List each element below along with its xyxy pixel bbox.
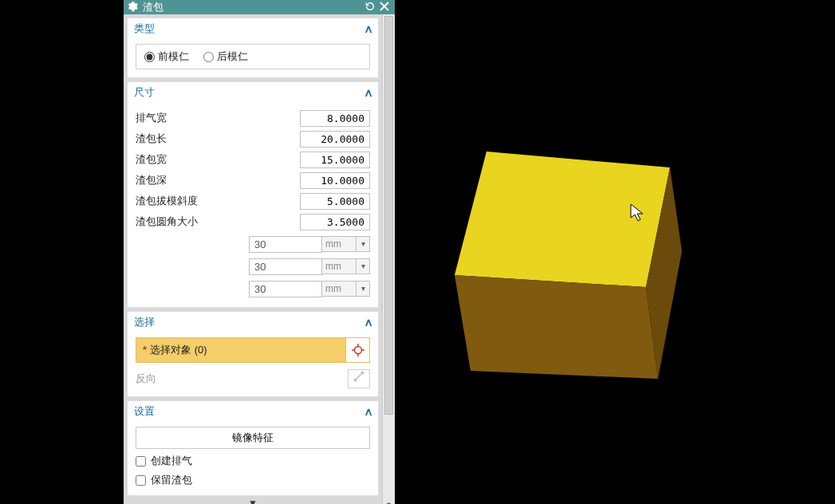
size-row: 渣包宽 [136, 149, 370, 170]
unit-select[interactable]: mm [321, 258, 356, 274]
chevron-up-icon: ʌ [365, 316, 372, 329]
unit-value-input[interactable]: 30 [249, 281, 322, 297]
section-select-header[interactable]: 选择 ʌ [128, 312, 378, 333]
section-size-header[interactable]: 尺寸 ʌ [128, 82, 378, 103]
size-input[interactable] [300, 110, 370, 127]
unit-row: 30mm▾ [136, 256, 370, 277]
reverse-label: 反向 [136, 372, 348, 386]
scrollbar[interactable]: ▲ ▼ [382, 14, 395, 504]
size-label: 渣包宽 [136, 152, 300, 167]
unit-select[interactable]: mm [321, 281, 356, 297]
section-settings: 设置 ʌ 镜像特征 创建排气 保留渣包 [127, 400, 379, 496]
select-object-label: *选择对象 (0) [136, 338, 345, 362]
section-type-title: 类型 [134, 22, 155, 36]
size-row: 渣包圆角大小 [136, 211, 370, 232]
unit-value-input[interactable]: 30 [249, 258, 322, 275]
size-input[interactable] [300, 214, 370, 230]
unit-dropdown-icon[interactable]: ▾ [356, 258, 370, 274]
checkbox-keep-slag-label: 保留渣包 [151, 473, 192, 487]
unit-select[interactable]: mm [321, 236, 356, 252]
gear-icon[interactable] [127, 1, 138, 14]
select-target-button[interactable] [345, 338, 369, 362]
dialog-title: 渣包 [143, 0, 163, 14]
size-input[interactable] [300, 172, 370, 189]
close-icon[interactable] [377, 2, 392, 14]
expand-more-icon[interactable]: ▼ [124, 496, 382, 504]
type-radio-group: 前模仁 后模仁 [136, 44, 370, 69]
radio-back[interactable]: 后模仁 [203, 49, 248, 64]
section-type-header[interactable]: 类型 ʌ [128, 18, 378, 39]
titlebar: 渣包 [124, 0, 395, 14]
section-type: 类型 ʌ 前模仁 后模仁 [127, 18, 379, 78]
section-select: 选择 ʌ *选择对象 (0) 反向 [127, 311, 379, 397]
mirror-feature-button[interactable]: 镜像特征 [136, 427, 370, 449]
section-size-title: 尺寸 [134, 85, 155, 100]
size-label: 渣包圆角大小 [136, 215, 300, 229]
size-label: 渣包长 [136, 132, 300, 146]
svg-point-0 [354, 347, 361, 354]
radio-back-input[interactable] [203, 52, 214, 62]
radio-front-label: 前模仁 [158, 49, 189, 64]
unit-dropdown-icon[interactable]: ▾ [356, 236, 370, 252]
dialog-panel: 渣包 类型 ʌ 前模仁 [124, 0, 395, 504]
section-size: 尺寸 ʌ 排气宽渣包长渣包宽渣包深渣包拔模斜度渣包圆角大小30mm▾30mm▾3… [127, 81, 379, 308]
size-row: 渣包拔模斜度 [136, 191, 370, 211]
checkbox-create-vent-label: 创建排气 [151, 454, 192, 468]
select-object-box[interactable]: *选择对象 (0) [136, 337, 370, 363]
unit-row: 30mm▾ [136, 278, 370, 299]
viewport-3d[interactable] [415, 104, 798, 486]
chevron-up-icon: ʌ [365, 86, 372, 99]
size-row: 排气宽 [136, 108, 370, 128]
section-select-title: 选择 [134, 315, 155, 329]
radio-front-input[interactable] [144, 52, 155, 62]
section-settings-title: 设置 [134, 404, 155, 419]
unit-value-input[interactable]: 30 [249, 236, 322, 253]
reset-icon[interactable] [363, 1, 377, 14]
checkbox-create-vent[interactable] [136, 456, 146, 467]
chevron-up-icon: ʌ [365, 22, 372, 35]
required-asterisk-icon: * [143, 344, 147, 356]
radio-front[interactable]: 前模仁 [144, 49, 189, 64]
unit-dropdown-icon[interactable]: ▾ [356, 281, 370, 297]
section-settings-header[interactable]: 设置 ʌ [128, 401, 378, 422]
checkbox-keep-slag[interactable] [136, 475, 146, 486]
chevron-up-icon: ʌ [365, 405, 372, 418]
scroll-down-icon[interactable]: ▼ [383, 501, 395, 504]
radio-back-label: 后模仁 [217, 49, 248, 64]
size-row: 渣包长 [136, 128, 370, 149]
size-label: 排气宽 [136, 111, 300, 125]
scroll-thumb[interactable] [384, 16, 393, 415]
size-label: 渣包深 [136, 173, 300, 187]
size-input[interactable] [300, 152, 370, 168]
size-input[interactable] [300, 131, 370, 148]
cursor-icon [630, 203, 646, 222]
cube-face-front [455, 275, 658, 379]
size-input[interactable] [300, 193, 370, 210]
size-row: 渣包深 [136, 170, 370, 191]
reverse-button[interactable] [348, 369, 370, 388]
size-label: 渣包拔模斜度 [136, 194, 300, 208]
unit-row: 30mm▾ [136, 234, 370, 254]
